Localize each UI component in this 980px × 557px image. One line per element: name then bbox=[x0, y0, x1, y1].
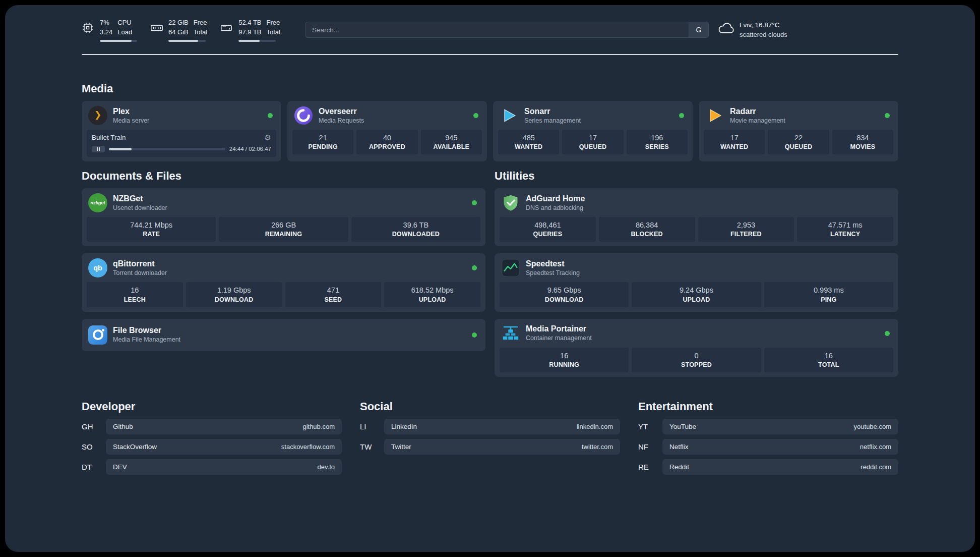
app-subtitle-nzbget: Usenet downloader bbox=[113, 204, 167, 212]
bookmark-youtube: YT YouTube youtube.com bbox=[638, 419, 898, 434]
app-title-overseerr: Overseerr bbox=[319, 106, 364, 117]
section-developer: Developer GH Github github.com SO StackO… bbox=[82, 400, 342, 479]
app-card-qbittorrent[interactable]: qb qBittorrent Torrent downloader 16 LEE… bbox=[82, 253, 485, 311]
stat-label: DOWNLOADED bbox=[353, 230, 478, 239]
stat-tile-total: 16 TOTAL bbox=[764, 348, 893, 372]
storage-total-label: Total bbox=[267, 28, 280, 37]
app-title-sonarr: Sonarr bbox=[524, 106, 581, 117]
bookmark-link-twitter[interactable]: Twitter twitter.com bbox=[384, 439, 620, 455]
stat-label: LATENCY bbox=[799, 230, 891, 239]
stat-value: 9.65 Gbps bbox=[502, 286, 627, 296]
portainer-icon bbox=[501, 324, 520, 343]
app-card-overseerr[interactable]: Overseerr Media Requests 21 PENDING 40 A… bbox=[287, 101, 487, 161]
bookmark-link-linkedin[interactable]: LinkedIn linkedin.com bbox=[384, 419, 620, 434]
stat-tile-available: 945 AVAILABLE bbox=[421, 130, 482, 154]
stat-value: 16 bbox=[502, 351, 627, 361]
status-dot bbox=[679, 113, 684, 118]
stat-tile-upload: 618.52 Mbps UPLOAD bbox=[384, 282, 480, 307]
stat-value: 0.993 ms bbox=[766, 286, 891, 296]
stat-value: 16 bbox=[766, 351, 891, 361]
app-card-adguard[interactable]: AdGuard Home DNS and adblocking 498,461 … bbox=[495, 188, 898, 246]
bookmark-link-github[interactable]: Github github.com bbox=[106, 419, 342, 434]
stat-tile-wanted: 17 WANTED bbox=[704, 130, 765, 154]
stat-tile-seed: 471 SEED bbox=[285, 282, 382, 307]
stat-tile-rate: 744.21 Mbps RATE bbox=[87, 217, 216, 242]
section-heading-social: Social bbox=[360, 400, 620, 413]
stat-label: APPROVED bbox=[358, 143, 415, 151]
bookmark-link-dev[interactable]: DEV dev.to bbox=[106, 459, 342, 475]
app-card-sonarr[interactable]: Sonarr Series management 485 WANTED 17 Q… bbox=[493, 101, 693, 161]
qbittorrent-icon: qb bbox=[88, 258, 107, 277]
app-card-plex[interactable]: ❯ Plex Media server Bullet Train ⚙ bbox=[82, 101, 281, 161]
stat-tile-pending: 21 PENDING bbox=[292, 130, 353, 154]
stat-tile-ping: 0.993 ms PING bbox=[764, 282, 893, 307]
cpu-usage-bar bbox=[100, 40, 137, 42]
stat-tile-approved: 40 APPROVED bbox=[356, 130, 417, 154]
bookmark-abbr: TW bbox=[360, 442, 384, 451]
app-subtitle-sonarr: Series management bbox=[524, 117, 581, 125]
stat-tile-remaining: 266 GB REMAINING bbox=[219, 217, 348, 242]
app-card-filebrowser[interactable]: File Browser Media File Management bbox=[82, 319, 485, 351]
app-title-qbittorrent: qBittorrent bbox=[113, 259, 167, 269]
search-engine-button[interactable]: G bbox=[689, 22, 708, 37]
nzbget-icon: nzbget bbox=[88, 193, 107, 212]
section-heading-media: Media bbox=[82, 82, 898, 95]
app-card-speedtest[interactable]: Speedtest Speedtest Tracking 9.65 Gbps D… bbox=[495, 253, 898, 311]
app-card-nzbget[interactable]: nzbget NZBGet Usenet downloader 744.21 M… bbox=[82, 188, 485, 246]
stat-value: 834 bbox=[834, 133, 891, 143]
weather-location-temp: Lviv, 16.87°C bbox=[740, 21, 787, 30]
memory-monitor: 22 GiB 64 GiB Free Total bbox=[150, 18, 207, 42]
bookmark-link-youtube[interactable]: YouTube youtube.com bbox=[662, 419, 898, 434]
status-dot bbox=[472, 332, 477, 338]
stat-label: BLOCKED bbox=[601, 230, 693, 239]
stat-tile-wanted: 485 WANTED bbox=[498, 130, 559, 154]
memory-icon bbox=[150, 22, 163, 34]
bookmark-linkedin: LI LinkedIn linkedin.com bbox=[360, 419, 620, 434]
gear-icon[interactable]: ⚙ bbox=[265, 134, 271, 141]
bookmark-link-stackoverflow[interactable]: StackOverflow stackoverflow.com bbox=[106, 439, 342, 455]
stat-value: 266 GB bbox=[221, 220, 346, 231]
weather-widget[interactable]: Lviv, 16.87°C scattered clouds bbox=[717, 21, 787, 39]
stat-tile-filtered: 2,953 FILTERED bbox=[698, 217, 794, 242]
stat-label: REMAINING bbox=[221, 230, 346, 239]
app-title-speedtest: Speedtest bbox=[526, 259, 580, 269]
stat-tile-series: 196 SERIES bbox=[627, 130, 688, 154]
cpu-monitor: 7% 3.24 CPU Load bbox=[82, 18, 137, 42]
plex-now-playing: Bullet Train ⚙ 24:44 / 02:06:47 bbox=[87, 130, 276, 157]
bookmark-link-reddit[interactable]: Reddit reddit.com bbox=[662, 459, 898, 475]
app-subtitle-portainer: Container management bbox=[526, 334, 592, 342]
section-heading-utilities: Utilities bbox=[495, 170, 898, 183]
app-subtitle-filebrowser: Media File Management bbox=[113, 336, 180, 344]
status-dot bbox=[885, 331, 890, 336]
overseerr-icon bbox=[294, 106, 313, 125]
stat-value: 17 bbox=[706, 133, 763, 143]
stat-label: RUNNING bbox=[502, 361, 627, 369]
app-card-portainer[interactable]: Media Portainer Container management 16 … bbox=[495, 319, 898, 377]
pause-button[interactable] bbox=[92, 146, 105, 152]
memory-total-value: 64 GiB bbox=[168, 28, 189, 37]
app-subtitle-speedtest: Speedtest Tracking bbox=[526, 269, 580, 277]
app-card-radarr[interactable]: Radarr Movie management 17 WANTED 22 QUE… bbox=[699, 101, 898, 161]
cloud-icon bbox=[717, 22, 735, 37]
stat-value: 196 bbox=[629, 133, 686, 143]
app-title-nzbget: NZBGet bbox=[113, 194, 167, 204]
stat-value: 86,384 bbox=[601, 220, 693, 231]
search-input[interactable] bbox=[305, 22, 709, 38]
stat-value: 485 bbox=[500, 133, 557, 143]
filebrowser-icon bbox=[88, 325, 107, 345]
status-dot bbox=[472, 200, 477, 205]
stat-tile-latency: 47.571 ms LATENCY bbox=[797, 217, 893, 242]
stat-tile-download: 1.19 Gbps DOWNLOAD bbox=[186, 282, 282, 307]
stat-label: QUEUED bbox=[770, 143, 827, 151]
app-title-filebrowser: File Browser bbox=[113, 325, 180, 336]
storage-icon bbox=[220, 22, 233, 34]
app-subtitle-radarr: Movie management bbox=[730, 117, 785, 125]
bookmark-link-netflix[interactable]: Netflix netflix.com bbox=[662, 439, 898, 455]
status-dot bbox=[885, 113, 890, 118]
section-utilities: Utilities AdGuard Home DNS and adblockin… bbox=[495, 170, 898, 377]
cpu-label: CPU bbox=[117, 18, 132, 28]
adguard-icon bbox=[501, 193, 520, 212]
playback-progress-bar[interactable] bbox=[109, 148, 225, 150]
bookmark-github: GH Github github.com bbox=[82, 419, 342, 434]
section-social: Social LI LinkedIn linkedin.com TW Twitt… bbox=[360, 400, 620, 479]
